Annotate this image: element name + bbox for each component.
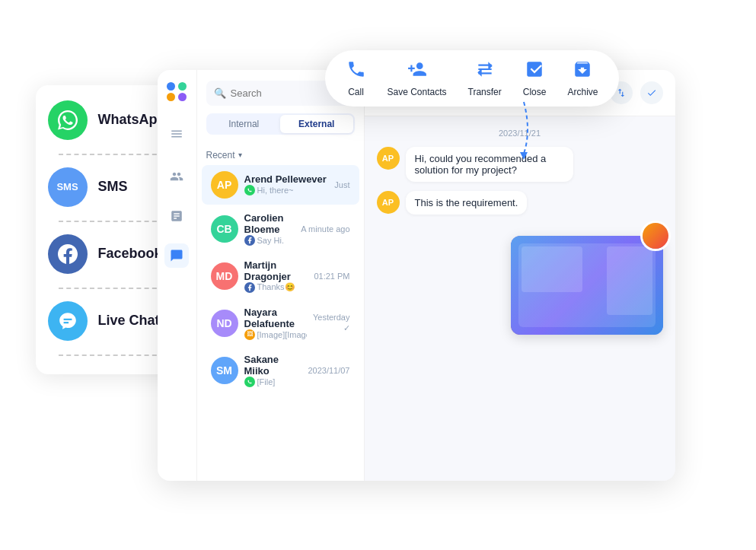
recent-chevron-icon: ▾ (238, 151, 242, 159)
app-logo (167, 82, 187, 102)
channel-badge-fb (244, 282, 255, 293)
contact-preview: Hi, there~ (244, 185, 329, 196)
contact-item[interactable]: CB Carolien Bloeme Say Hi. A minute ago (202, 206, 359, 252)
read-receipt-icon: ✓ (343, 323, 350, 333)
whatsapp-icon (48, 100, 88, 140)
reports-icon[interactable] (164, 204, 189, 228)
contact-name: Martijn Dragonjer (244, 259, 308, 282)
archive-icon (573, 59, 592, 84)
contact-item[interactable]: SM Sakane Miiko [File] 2023/11/07 (202, 348, 359, 393)
toolbar-close[interactable]: Close (523, 59, 547, 97)
contact-time: 2023/11/07 (308, 366, 349, 375)
facebook-icon (48, 234, 88, 274)
avatar: SM (211, 357, 238, 384)
toolbar-archive[interactable]: Archive (567, 59, 598, 97)
facebook-label: Facebook (98, 246, 162, 262)
contacts-icon[interactable] (164, 164, 189, 189)
contact-preview: Say Hi. (244, 235, 295, 246)
contact-info: Arend Pellewever Hi, there~ (244, 173, 329, 196)
contact-item[interactable]: MD Martijn Dragonjer Thanks😊 01:21 PM (202, 253, 359, 299)
transfer-label: Transfer (468, 87, 502, 97)
livechat-icon (48, 301, 88, 341)
scene: WhatsApp → SMS SMS → Facebook → Live Cha… (36, 40, 721, 511)
contact-name: Nayara Delafuente (244, 307, 307, 329)
avatar: ND (211, 310, 238, 337)
main-panel: 🔍 ＋ Internal External Recent ▾ AP Ar (158, 70, 675, 481)
chat-profile-avatar (640, 221, 671, 251)
message-avatar: AP (377, 191, 400, 214)
contact-info: Nayara Delafuente 🖼 [Image][Image] (244, 307, 307, 340)
channel-badge-img: 🖼 (244, 329, 255, 340)
save-contacts-label: Save Contacts (388, 87, 447, 97)
contact-list: AP Arend Pellewever Hi, there~ Just (197, 164, 364, 481)
close-icon (525, 59, 544, 84)
message-row: AP This is the requirement. (377, 191, 663, 215)
search-icon: 🔍 (214, 87, 226, 99)
channel-badge-fb (244, 235, 255, 246)
chat-body: 2023/11/21 AP Hi, could you recommended … (365, 116, 675, 481)
tabs-row: Internal External (206, 113, 355, 135)
message-bubble: This is the requirement. (406, 191, 528, 215)
contact-name: Carolien Bloeme (244, 212, 295, 235)
call-icon (346, 59, 366, 84)
archive-label: Archive (567, 87, 598, 97)
message-avatar: AP (377, 147, 400, 170)
contact-info: Carolien Bloeme Say Hi. (244, 212, 295, 246)
contact-name: Sakane Miiko (244, 354, 302, 377)
channel-badge-wa (244, 185, 255, 196)
logo-dot-1 (167, 82, 175, 91)
contact-time: A minute ago (301, 224, 349, 234)
tab-external[interactable]: External (280, 115, 353, 133)
screenshot-area (377, 230, 663, 335)
whatsapp-label: WhatsApp (98, 112, 166, 128)
call-label: Call (348, 87, 364, 97)
recent-label: Recent ▾ (197, 145, 364, 164)
contact-time: 01:21 PM (314, 272, 349, 281)
transfer-icon (475, 59, 495, 84)
save-contacts-icon (407, 59, 427, 84)
contact-time: Yesterday (313, 313, 350, 322)
header-check-btn[interactable] (640, 81, 663, 104)
message-bubble: Hi, could you recommended a solution for… (406, 147, 573, 182)
logo-dot-4 (178, 93, 187, 101)
contact-item[interactable]: ND Nayara Delafuente 🖼 [Image][Image] Ye… (202, 300, 359, 346)
contact-time: Just (334, 180, 349, 189)
close-label: Close (523, 87, 547, 97)
toolbar-save-contacts[interactable]: Save Contacts (388, 59, 447, 97)
avatar: AP (211, 171, 238, 199)
dashed-arrow-decoration (512, 100, 535, 161)
contact-preview: [File] (244, 377, 302, 387)
contact-preview: Thanks😊 (244, 282, 308, 293)
toolbar-transfer[interactable]: Transfer (468, 59, 502, 97)
floating-toolbar: Call Save Contacts Transfer Close Archiv… (325, 50, 620, 107)
toolbar-call[interactable]: Call (346, 59, 366, 97)
contact-info: Sakane Miiko [File] (244, 354, 302, 387)
contact-info: Martijn Dragonjer Thanks😊 (244, 259, 308, 293)
sms-icon: SMS (48, 167, 88, 207)
logo-dot-3 (167, 93, 175, 101)
sidebar-nav (158, 70, 197, 481)
livechat-label: Live Chat (98, 313, 160, 329)
chat-screenshot-thumbnail (511, 236, 663, 335)
logo-dot-2 (178, 82, 187, 91)
channel-badge-wa (244, 377, 255, 387)
tab-internal[interactable]: Internal (208, 115, 281, 133)
contact-name: Arend Pellewever (244, 173, 329, 185)
contact-item[interactable]: AP Arend Pellewever Hi, there~ Just (202, 165, 359, 205)
contact-preview: 🖼 [Image][Image] (244, 329, 307, 340)
sms-label: SMS (98, 179, 128, 195)
avatar: CB (211, 215, 238, 243)
svg-marker-0 (520, 152, 528, 160)
menu-icon[interactable] (164, 122, 189, 146)
contacts-panel: 🔍 ＋ Internal External Recent ▾ AP Ar (197, 70, 365, 481)
chat-icon[interactable] (164, 243, 189, 268)
avatar: MD (211, 262, 238, 290)
